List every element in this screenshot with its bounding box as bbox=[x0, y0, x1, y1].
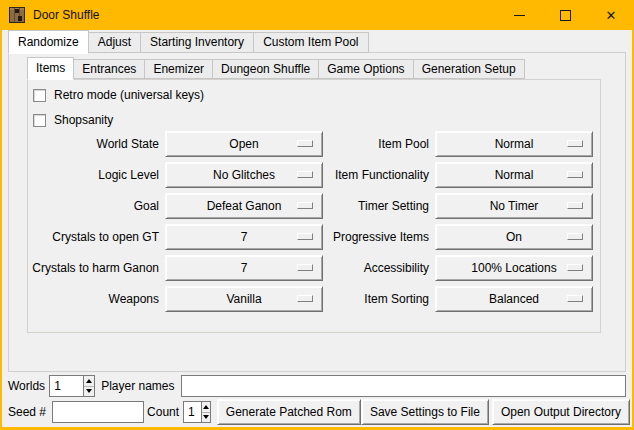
progressive-items-row: Progressive Items On bbox=[308, 224, 593, 250]
world-state-dropdown[interactable]: Open bbox=[165, 131, 323, 157]
seed-label: Seed # bbox=[8, 405, 46, 419]
subtab-entrances[interactable]: Entrances bbox=[73, 59, 145, 79]
arrow-down-icon bbox=[86, 389, 92, 393]
crystals-ganon-dropdown[interactable]: 7 bbox=[165, 255, 323, 281]
minimize-button[interactable] bbox=[496, 0, 542, 30]
generate-patched-rom-button[interactable]: Generate Patched Rom bbox=[217, 399, 361, 425]
dropdown-indicator-icon bbox=[567, 140, 583, 147]
count-spin-buttons bbox=[201, 402, 210, 422]
spin-up-button[interactable] bbox=[202, 402, 210, 413]
item-functionality-row: Item Functionality Normal bbox=[308, 162, 593, 188]
progressive-items-dropdown[interactable]: On bbox=[435, 224, 593, 250]
crystals-gt-row: Crystals to open GT 7 bbox=[22, 224, 323, 250]
item-pool-dropdown[interactable]: Normal bbox=[435, 131, 593, 157]
worlds-label: Worlds bbox=[8, 379, 45, 393]
item-pool-label: Item Pool bbox=[308, 137, 429, 151]
dropdown-indicator-icon bbox=[567, 264, 583, 271]
subtab-dungeon-shuffle[interactable]: Dungeon Shuffle bbox=[212, 59, 319, 79]
accessibility-label: Accessibility bbox=[308, 261, 429, 275]
crystals-gt-label: Crystals to open GT bbox=[22, 230, 159, 244]
client-area: Randomize Adjust Starting Inventory Cust… bbox=[2, 30, 632, 427]
player-names-label: Player names bbox=[101, 379, 174, 393]
save-settings-button[interactable]: Save Settings to File bbox=[361, 399, 489, 425]
item-sorting-dropdown[interactable]: Balanced bbox=[435, 286, 593, 312]
subtab-items[interactable]: Items bbox=[27, 57, 74, 80]
logic-level-dropdown[interactable]: No Glitches bbox=[165, 162, 323, 188]
world-state-row: World State Open bbox=[22, 131, 323, 157]
tab-starting-inventory[interactable]: Starting Inventory bbox=[140, 32, 254, 53]
retro-mode-checkbox-row[interactable]: Retro mode (universal keys) bbox=[33, 85, 204, 105]
window-controls: ✕ bbox=[496, 0, 634, 30]
arrow-up-icon bbox=[203, 405, 209, 409]
timer-setting-row: Timer Setting No Timer bbox=[308, 193, 593, 219]
arrow-down-icon bbox=[203, 415, 209, 419]
worlds-spinbox[interactable] bbox=[49, 375, 95, 397]
count-label: Count bbox=[147, 405, 179, 419]
spin-up-button[interactable] bbox=[84, 376, 94, 387]
worlds-spin-buttons bbox=[83, 376, 94, 396]
checkbox-group: Retro mode (universal keys) Shopsanity bbox=[33, 85, 204, 135]
tab-custom-item-pool[interactable]: Custom Item Pool bbox=[253, 32, 368, 53]
tab-randomize[interactable]: Randomize bbox=[8, 30, 89, 54]
maximize-button[interactable] bbox=[542, 0, 588, 30]
item-pool-row: Item Pool Normal bbox=[308, 131, 593, 157]
maximize-icon bbox=[560, 10, 571, 21]
crystals-ganon-label: Crystals to harm Ganon bbox=[22, 261, 159, 275]
spin-down-button[interactable] bbox=[202, 413, 210, 423]
sub-tab-bar: Items Entrances Enemizer Dungeon Shuffle… bbox=[27, 57, 525, 79]
dropdown-indicator-icon bbox=[567, 202, 583, 209]
retro-mode-label: Retro mode (universal keys) bbox=[54, 88, 204, 102]
dropdown-indicator-icon bbox=[567, 233, 583, 240]
weapons-row: Weapons Vanilla bbox=[22, 286, 323, 312]
item-functionality-dropdown[interactable]: Normal bbox=[435, 162, 593, 188]
dropdown-indicator-icon bbox=[567, 295, 583, 302]
item-sorting-row: Item Sorting Balanced bbox=[308, 286, 593, 312]
main-tab-bar: Randomize Adjust Starting Inventory Cust… bbox=[8, 30, 369, 53]
timer-setting-label: Timer Setting bbox=[308, 199, 429, 213]
logic-level-label: Logic Level bbox=[22, 168, 159, 182]
weapons-dropdown[interactable]: Vanilla bbox=[165, 286, 323, 312]
progressive-items-label: Progressive Items bbox=[308, 230, 429, 244]
item-functionality-label: Item Functionality bbox=[308, 168, 429, 182]
open-output-directory-button[interactable]: Open Output Directory bbox=[492, 399, 630, 425]
retro-mode-checkbox[interactable] bbox=[33, 89, 46, 102]
accessibility-dropdown[interactable]: 100% Locations bbox=[435, 255, 593, 281]
shopsanity-label: Shopsanity bbox=[54, 113, 113, 127]
title-bar[interactable]: Door Shuffle ✕ bbox=[0, 0, 634, 30]
crystals-gt-dropdown[interactable]: 7 bbox=[165, 224, 323, 250]
subtab-game-options[interactable]: Game Options bbox=[318, 59, 413, 79]
options-column-left: World State Open Logic Level No Glitches… bbox=[22, 131, 323, 317]
tab-adjust[interactable]: Adjust bbox=[88, 32, 141, 53]
close-icon: ✕ bbox=[606, 9, 617, 22]
door-shuffle-window: Door Shuffle ✕ Randomize Adjust Starting… bbox=[0, 0, 634, 430]
player-names-input[interactable] bbox=[181, 375, 627, 397]
arrow-up-icon bbox=[86, 379, 92, 383]
accessibility-row: Accessibility 100% Locations bbox=[308, 255, 593, 281]
subtab-enemizer[interactable]: Enemizer bbox=[144, 59, 213, 79]
shopsanity-checkbox-row[interactable]: Shopsanity bbox=[33, 110, 204, 130]
goal-label: Goal bbox=[22, 199, 159, 213]
goal-dropdown[interactable]: Defeat Ganon bbox=[165, 193, 323, 219]
count-input[interactable] bbox=[184, 402, 201, 422]
item-sorting-label: Item Sorting bbox=[308, 292, 429, 306]
window-title: Door Shuffle bbox=[33, 8, 100, 22]
seed-input[interactable] bbox=[52, 401, 144, 423]
options-column-right: Item Pool Normal Item Functionality Norm… bbox=[308, 131, 593, 317]
close-button[interactable]: ✕ bbox=[588, 0, 634, 30]
goal-row: Goal Defeat Ganon bbox=[22, 193, 323, 219]
world-state-label: World State bbox=[22, 137, 159, 151]
subtab-generation-setup[interactable]: Generation Setup bbox=[413, 59, 525, 79]
door-app-icon bbox=[9, 7, 25, 23]
minimize-icon bbox=[514, 15, 525, 16]
shopsanity-checkbox[interactable] bbox=[33, 114, 46, 127]
logic-level-row: Logic Level No Glitches bbox=[22, 162, 323, 188]
dropdown-indicator-icon bbox=[567, 171, 583, 178]
seed-row: Seed # Count Generate Patched Rom Save S… bbox=[8, 399, 630, 425]
count-spinbox[interactable] bbox=[183, 401, 211, 423]
worlds-row: Worlds Player names bbox=[8, 375, 626, 397]
spin-down-button[interactable] bbox=[84, 387, 94, 397]
weapons-label: Weapons bbox=[22, 292, 159, 306]
worlds-input[interactable] bbox=[50, 376, 83, 396]
crystals-ganon-row: Crystals to harm Ganon 7 bbox=[22, 255, 323, 281]
timer-setting-dropdown[interactable]: No Timer bbox=[435, 193, 593, 219]
